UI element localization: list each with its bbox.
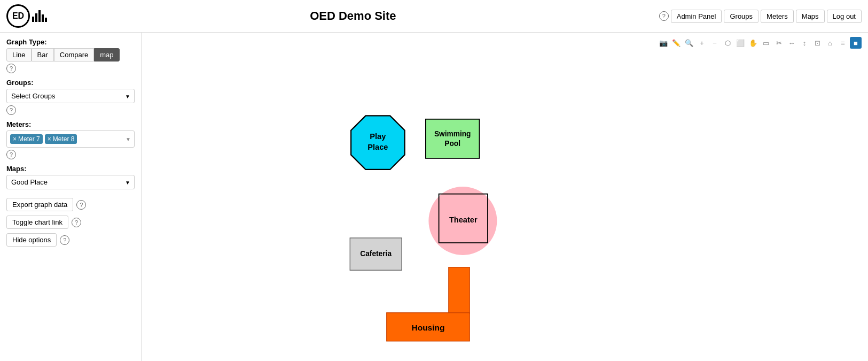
groups-label: Groups:	[6, 79, 135, 87]
app-header: ED OED Demo Site ? Admin Panel Groups Me…	[0, 0, 868, 33]
maps-label: Maps:	[6, 165, 135, 173]
groups-help-icon[interactable]: ?	[6, 105, 16, 115]
graph-type-section: Graph Type: Line Bar Compare map ?	[6, 38, 135, 73]
cafeteria-label: Cafeteria	[360, 250, 392, 258]
logout-button[interactable]: Log out	[827, 10, 862, 23]
logo-text: ED	[12, 11, 24, 21]
export-help-icon[interactable]: ?	[76, 200, 86, 210]
groups-select[interactable]: Select Groups	[6, 89, 135, 103]
logo-bar-5	[45, 18, 47, 22]
graph-type-help-icon[interactable]: ?	[6, 64, 16, 73]
play-place-label2: Place	[367, 143, 388, 151]
graph-type-bar[interactable]: Bar	[32, 48, 54, 62]
help-icon[interactable]: ?	[659, 11, 669, 21]
main-layout: Graph Type: Line Bar Compare map ? Group…	[0, 33, 868, 361]
maps-select[interactable]: Good Place	[6, 175, 135, 189]
swimming-pool-label2: Pool	[444, 140, 460, 148]
header-nav: ? Admin Panel Groups Meters Maps Log out	[659, 10, 862, 23]
play-place-label: Play	[370, 132, 386, 141]
app-logo: ED	[6, 4, 47, 28]
logo-bar-2	[35, 13, 37, 22]
meters-help-icon[interactable]: ?	[6, 150, 16, 159]
groups-select-wrapper: Select Groups	[6, 89, 135, 103]
maps-select-wrapper: Good Place	[6, 175, 135, 189]
toggle-chart-help-icon[interactable]: ?	[72, 218, 81, 227]
meters-dropdown-arrow[interactable]: ▼	[126, 136, 131, 142]
export-graph-data-row: Export graph data ?	[6, 198, 135, 211]
logo-bar-1	[32, 17, 34, 22]
meters-label: Meters:	[6, 120, 135, 128]
meters-section: Meters: × Meter 7 × Meter 8 ▼ ?	[6, 120, 135, 159]
graph-type-label: Graph Type:	[6, 38, 135, 46]
graph-type-line[interactable]: Line	[6, 48, 32, 62]
logo-bar-4	[42, 14, 44, 22]
logo-circle: ED	[6, 4, 30, 28]
groups-section: Groups: Select Groups ?	[6, 79, 135, 115]
theater-label: Theater	[449, 216, 478, 224]
meter-8-tag-label: Meter 8	[53, 135, 75, 143]
meter-7-tag-label: Meter 7	[18, 135, 40, 143]
map-svg: Play Place Swimming Pool Theater Cafeter…	[142, 33, 868, 361]
swimming-pool-shape[interactable]	[426, 119, 480, 158]
toggle-chart-link-row: Toggle chart link ?	[6, 216, 135, 229]
meter-7-tag: × Meter 7	[10, 134, 43, 144]
meters-button[interactable]: Meters	[761, 10, 794, 23]
toggle-chart-link-button[interactable]: Toggle chart link	[6, 216, 68, 229]
swimming-pool-label: Swimming	[434, 130, 471, 138]
logo-bar-3	[38, 10, 41, 22]
housing-top-rect	[449, 267, 470, 314]
meter-8-tag: × Meter 8	[45, 134, 77, 144]
graph-type-map[interactable]: map	[94, 48, 119, 62]
hide-options-button[interactable]: Hide options	[6, 233, 57, 247]
hide-options-help-icon[interactable]: ?	[60, 235, 69, 245]
export-graph-data-button[interactable]: Export graph data	[6, 198, 73, 211]
maps-button[interactable]: Maps	[796, 10, 825, 23]
groups-button[interactable]: Groups	[724, 10, 758, 23]
sidebar: Graph Type: Line Bar Compare map ? Group…	[0, 33, 142, 361]
housing-label: Housing	[411, 323, 444, 332]
maps-section: Maps: Good Place	[6, 165, 135, 189]
meter-7-tag-close[interactable]: ×	[13, 135, 17, 143]
actions-section: Export graph data ? Toggle chart link ? …	[6, 198, 135, 247]
map-area: 📷 ✏️ 🔍 + − ⬡ ⬜ ✋ ▭ ✂ ↔ ↕ ⊡ ⌂ ≡ ■ Play Pl…	[142, 33, 868, 361]
hide-options-row: Hide options ?	[6, 233, 135, 247]
admin-panel-button[interactable]: Admin Panel	[671, 10, 722, 23]
logo-bars	[32, 10, 47, 22]
meter-8-tag-close[interactable]: ×	[48, 135, 51, 143]
page-title: OED Demo Site	[310, 9, 396, 23]
graph-type-buttons: Line Bar Compare map	[6, 48, 135, 62]
graph-type-compare[interactable]: Compare	[54, 48, 94, 62]
meters-input[interactable]: × Meter 7 × Meter 8 ▼	[6, 130, 135, 148]
